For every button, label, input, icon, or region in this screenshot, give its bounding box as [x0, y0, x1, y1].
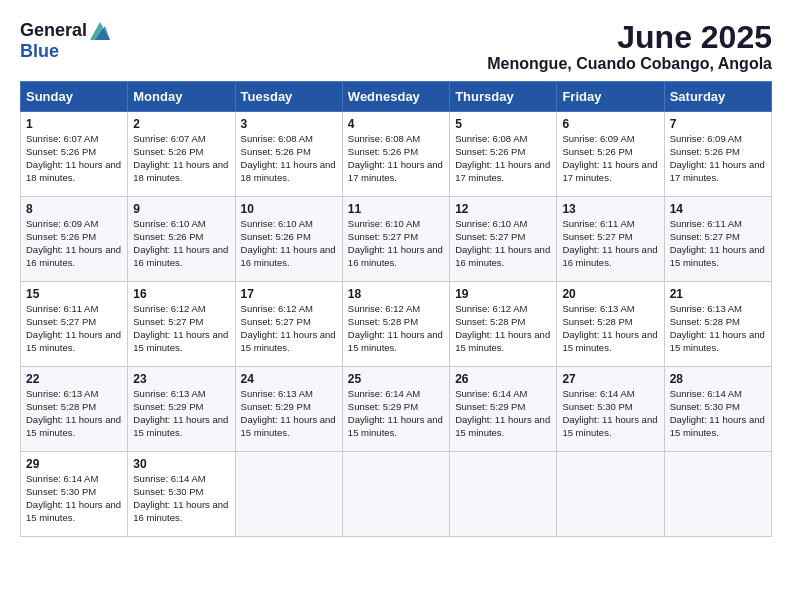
header-wednesday: Wednesday — [342, 82, 449, 112]
day-info: Sunrise: 6:14 AM Sunset: 5:29 PM Dayligh… — [348, 388, 444, 439]
day-info: Sunrise: 6:13 AM Sunset: 5:29 PM Dayligh… — [241, 388, 337, 439]
day-info: Sunrise: 6:12 AM Sunset: 5:27 PM Dayligh… — [133, 303, 229, 354]
day-number: 12 — [455, 202, 551, 216]
day-info: Sunrise: 6:13 AM Sunset: 5:28 PM Dayligh… — [562, 303, 658, 354]
day-number: 7 — [670, 117, 766, 131]
day-info: Sunrise: 6:10 AM Sunset: 5:26 PM Dayligh… — [133, 218, 229, 269]
day-number: 26 — [455, 372, 551, 386]
header-friday: Friday — [557, 82, 664, 112]
header-monday: Monday — [128, 82, 235, 112]
calendar-cell: 12 Sunrise: 6:10 AM Sunset: 5:27 PM Dayl… — [450, 197, 557, 282]
day-info: Sunrise: 6:13 AM Sunset: 5:28 PM Dayligh… — [26, 388, 122, 439]
day-number: 6 — [562, 117, 658, 131]
day-number: 27 — [562, 372, 658, 386]
day-info: Sunrise: 6:07 AM Sunset: 5:26 PM Dayligh… — [133, 133, 229, 184]
day-number: 16 — [133, 287, 229, 301]
day-number: 5 — [455, 117, 551, 131]
day-number: 15 — [26, 287, 122, 301]
day-info: Sunrise: 6:12 AM Sunset: 5:28 PM Dayligh… — [348, 303, 444, 354]
calendar-cell: 9 Sunrise: 6:10 AM Sunset: 5:26 PM Dayli… — [128, 197, 235, 282]
day-number: 14 — [670, 202, 766, 216]
month-title: June 2025 — [487, 20, 772, 55]
header-thursday: Thursday — [450, 82, 557, 112]
day-number: 18 — [348, 287, 444, 301]
day-number: 20 — [562, 287, 658, 301]
calendar-cell: 20 Sunrise: 6:13 AM Sunset: 5:28 PM Dayl… — [557, 282, 664, 367]
day-info: Sunrise: 6:10 AM Sunset: 5:26 PM Dayligh… — [241, 218, 337, 269]
calendar-cell: 29 Sunrise: 6:14 AM Sunset: 5:30 PM Dayl… — [21, 452, 128, 537]
day-info: Sunrise: 6:14 AM Sunset: 5:30 PM Dayligh… — [562, 388, 658, 439]
day-number: 28 — [670, 372, 766, 386]
day-info: Sunrise: 6:14 AM Sunset: 5:29 PM Dayligh… — [455, 388, 551, 439]
day-number: 24 — [241, 372, 337, 386]
calendar-cell: 25 Sunrise: 6:14 AM Sunset: 5:29 PM Dayl… — [342, 367, 449, 452]
day-info: Sunrise: 6:09 AM Sunset: 5:26 PM Dayligh… — [670, 133, 766, 184]
calendar-cell — [664, 452, 771, 537]
day-info: Sunrise: 6:10 AM Sunset: 5:27 PM Dayligh… — [348, 218, 444, 269]
calendar-cell: 10 Sunrise: 6:10 AM Sunset: 5:26 PM Dayl… — [235, 197, 342, 282]
day-number: 3 — [241, 117, 337, 131]
title-area: June 2025 Menongue, Cuando Cobango, Ango… — [487, 20, 772, 73]
day-number: 29 — [26, 457, 122, 471]
day-number: 10 — [241, 202, 337, 216]
calendar-cell: 8 Sunrise: 6:09 AM Sunset: 5:26 PM Dayli… — [21, 197, 128, 282]
day-number: 21 — [670, 287, 766, 301]
day-info: Sunrise: 6:11 AM Sunset: 5:27 PM Dayligh… — [562, 218, 658, 269]
calendar-cell: 1 Sunrise: 6:07 AM Sunset: 5:26 PM Dayli… — [21, 112, 128, 197]
calendar-cell: 18 Sunrise: 6:12 AM Sunset: 5:28 PM Dayl… — [342, 282, 449, 367]
calendar-cell: 19 Sunrise: 6:12 AM Sunset: 5:28 PM Dayl… — [450, 282, 557, 367]
calendar-cell — [342, 452, 449, 537]
calendar-cell: 17 Sunrise: 6:12 AM Sunset: 5:27 PM Dayl… — [235, 282, 342, 367]
header-tuesday: Tuesday — [235, 82, 342, 112]
day-number: 9 — [133, 202, 229, 216]
calendar-cell: 28 Sunrise: 6:14 AM Sunset: 5:30 PM Dayl… — [664, 367, 771, 452]
day-info: Sunrise: 6:07 AM Sunset: 5:26 PM Dayligh… — [26, 133, 122, 184]
day-info: Sunrise: 6:09 AM Sunset: 5:26 PM Dayligh… — [562, 133, 658, 184]
day-number: 25 — [348, 372, 444, 386]
day-info: Sunrise: 6:13 AM Sunset: 5:29 PM Dayligh… — [133, 388, 229, 439]
calendar-cell: 26 Sunrise: 6:14 AM Sunset: 5:29 PM Dayl… — [450, 367, 557, 452]
calendar-cell: 13 Sunrise: 6:11 AM Sunset: 5:27 PM Dayl… — [557, 197, 664, 282]
calendar-cell: 24 Sunrise: 6:13 AM Sunset: 5:29 PM Dayl… — [235, 367, 342, 452]
logo: General Blue — [20, 20, 111, 62]
logo-blue-text: Blue — [20, 41, 59, 62]
day-info: Sunrise: 6:13 AM Sunset: 5:28 PM Dayligh… — [670, 303, 766, 354]
calendar-cell: 27 Sunrise: 6:14 AM Sunset: 5:30 PM Dayl… — [557, 367, 664, 452]
day-number: 13 — [562, 202, 658, 216]
calendar-cell — [235, 452, 342, 537]
calendar-cell: 15 Sunrise: 6:11 AM Sunset: 5:27 PM Dayl… — [21, 282, 128, 367]
calendar-table: Sunday Monday Tuesday Wednesday Thursday… — [20, 81, 772, 537]
day-info: Sunrise: 6:14 AM Sunset: 5:30 PM Dayligh… — [670, 388, 766, 439]
day-number: 11 — [348, 202, 444, 216]
day-info: Sunrise: 6:12 AM Sunset: 5:27 PM Dayligh… — [241, 303, 337, 354]
calendar-cell — [557, 452, 664, 537]
day-number: 1 — [26, 117, 122, 131]
calendar-cell: 4 Sunrise: 6:08 AM Sunset: 5:26 PM Dayli… — [342, 112, 449, 197]
calendar-cell: 21 Sunrise: 6:13 AM Sunset: 5:28 PM Dayl… — [664, 282, 771, 367]
day-number: 30 — [133, 457, 229, 471]
day-number: 23 — [133, 372, 229, 386]
calendar-cell: 6 Sunrise: 6:09 AM Sunset: 5:26 PM Dayli… — [557, 112, 664, 197]
calendar-cell: 30 Sunrise: 6:14 AM Sunset: 5:30 PM Dayl… — [128, 452, 235, 537]
day-number: 17 — [241, 287, 337, 301]
day-info: Sunrise: 6:11 AM Sunset: 5:27 PM Dayligh… — [26, 303, 122, 354]
header-sunday: Sunday — [21, 82, 128, 112]
calendar-cell: 16 Sunrise: 6:12 AM Sunset: 5:27 PM Dayl… — [128, 282, 235, 367]
day-info: Sunrise: 6:10 AM Sunset: 5:27 PM Dayligh… — [455, 218, 551, 269]
logo-icon — [90, 22, 110, 40]
day-number: 4 — [348, 117, 444, 131]
day-info: Sunrise: 6:11 AM Sunset: 5:27 PM Dayligh… — [670, 218, 766, 269]
day-info: Sunrise: 6:08 AM Sunset: 5:26 PM Dayligh… — [455, 133, 551, 184]
calendar-cell: 3 Sunrise: 6:08 AM Sunset: 5:26 PM Dayli… — [235, 112, 342, 197]
calendar-cell: 11 Sunrise: 6:10 AM Sunset: 5:27 PM Dayl… — [342, 197, 449, 282]
calendar-cell — [450, 452, 557, 537]
day-number: 22 — [26, 372, 122, 386]
day-info: Sunrise: 6:08 AM Sunset: 5:26 PM Dayligh… — [348, 133, 444, 184]
logo-general-text: General — [20, 20, 87, 41]
day-info: Sunrise: 6:08 AM Sunset: 5:26 PM Dayligh… — [241, 133, 337, 184]
day-number: 19 — [455, 287, 551, 301]
calendar-cell: 23 Sunrise: 6:13 AM Sunset: 5:29 PM Dayl… — [128, 367, 235, 452]
page-header: General Blue June 2025 Menongue, Cuando … — [20, 20, 772, 73]
header-saturday: Saturday — [664, 82, 771, 112]
calendar-cell: 5 Sunrise: 6:08 AM Sunset: 5:26 PM Dayli… — [450, 112, 557, 197]
